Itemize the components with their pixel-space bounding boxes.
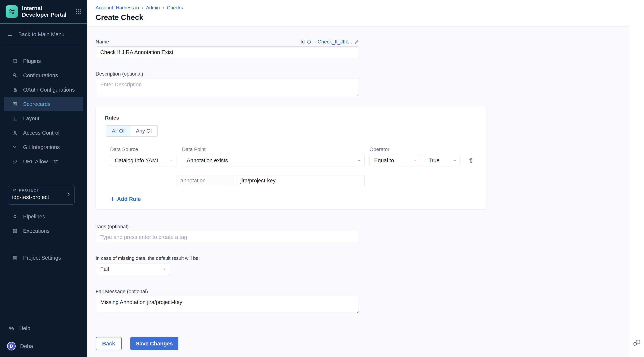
sidebar-item-configurations[interactable]: Configurations (4, 68, 83, 83)
arrow-left-icon: ← (7, 31, 14, 38)
sidebar-bottom: Help D Deba (0, 323, 87, 357)
sidebar-item-label: URL Allow List (23, 159, 58, 165)
executions-play-icon (12, 228, 18, 234)
sidebar-item-label: Plugins (23, 58, 41, 64)
sidebar-item-label: Configurations (23, 72, 58, 79)
app-title: Internal Developer Portal (22, 5, 70, 18)
gear-icon (12, 255, 18, 261)
project-label: PROJECT (19, 188, 39, 192)
chevron-down-icon (453, 158, 457, 162)
sidebar-project-nav: Pipelines Executions (0, 209, 87, 238)
sidebar-item-label: Layout (23, 116, 39, 122)
default-result-select[interactable]: Fail (96, 263, 170, 275)
sidebar-nav: Plugins Configurations (0, 54, 87, 169)
description-label: Description (optional) (96, 71, 359, 77)
id-label: Id (300, 39, 305, 45)
project-name: idp-test-project (12, 194, 70, 200)
help-button[interactable]: Help (0, 323, 87, 333)
sidebar-item-project-settings[interactable]: Project Settings (4, 251, 83, 265)
page-header: Account: Harness.io › Admin › Checks Cre… (87, 0, 629, 27)
sidebar-divider (3, 246, 84, 246)
breadcrumb-admin[interactable]: Admin (146, 5, 160, 11)
data-source-value: Catalog Info YAML (115, 157, 160, 164)
toggle-any-of[interactable]: Any Of (130, 126, 158, 136)
plus-icon: + (110, 196, 114, 202)
chevron-down-icon (170, 158, 174, 162)
annotation-value-input[interactable] (236, 175, 365, 186)
person-icon (12, 130, 18, 136)
tags-input[interactable] (96, 231, 359, 243)
sidebar-item-executions[interactable]: Executions (4, 224, 83, 238)
breadcrumb: Account: Harness.io › Admin › Checks (96, 5, 629, 11)
sidebar-item-oauth-configurations[interactable]: OAuth Configurations (4, 83, 83, 97)
rule-inputs-row (176, 175, 477, 186)
back-to-main-menu-label: Back to Main Menu (18, 31, 64, 38)
operator-label: Operator (370, 147, 477, 152)
data-point-label: Data Point (182, 147, 365, 152)
rules-card: Rules All Of Any Of Data Source Data Poi… (96, 106, 486, 209)
user-menu[interactable]: D Deba (0, 341, 87, 351)
data-point-value: Annotation exists (187, 157, 228, 164)
save-changes-button[interactable]: Save Changes (130, 337, 178, 350)
fail-message-input[interactable]: Missing Annotation jira/project-key (96, 296, 359, 313)
data-source-select[interactable]: Catalog Info YAML (110, 155, 177, 166)
gears-icon (12, 72, 18, 79)
delete-rule-trash-icon[interactable] (467, 157, 474, 164)
sidebar-item-plugins[interactable]: Plugins (4, 54, 83, 68)
sidebar-item-scorecards[interactable]: Scorecards (4, 97, 83, 111)
user-name: Deba (20, 343, 33, 349)
data-source-label: Data Source (110, 147, 177, 152)
data-point-select[interactable]: Annotation exists (182, 155, 365, 166)
entity-id-row: Id : Check_If_JIR... (300, 39, 359, 45)
name-input[interactable] (96, 47, 359, 58)
back-button[interactable]: Back (96, 337, 122, 350)
sidebar-item-pipelines[interactable]: Pipelines (4, 209, 83, 224)
teal-accent-divider (0, 23, 87, 24)
chevron-down-icon (413, 158, 418, 162)
info-icon[interactable] (306, 39, 312, 44)
add-rule-button[interactable]: + Add Rule (110, 196, 141, 202)
id-separator: : (314, 39, 316, 45)
scorecard-icon (12, 101, 18, 107)
operator-value: Equal to (374, 157, 394, 164)
sliders-logo-icon (8, 8, 16, 15)
chat-support-icon[interactable] (632, 338, 642, 347)
sidebar-item-label: Git Integrations (23, 144, 60, 150)
annotation-key-input[interactable] (176, 175, 233, 186)
breadcrumb-account[interactable]: Account: Harness.io (96, 5, 139, 11)
sidebar-item-label: Executions (23, 228, 50, 234)
sidebar: Internal Developer Portal ← Back to Main… (0, 0, 87, 357)
app-header[interactable]: Internal Developer Portal (0, 0, 87, 23)
link-icon (12, 159, 18, 165)
operator-value-select[interactable]: True (424, 155, 460, 166)
description-input[interactable] (96, 78, 359, 96)
sidebar-item-layout[interactable]: Layout (4, 111, 83, 126)
id-value[interactable]: Check_If_JIR... (318, 39, 352, 45)
sidebar-item-access-control[interactable]: Access Control (4, 126, 83, 140)
chevron-right-icon: › (162, 5, 164, 10)
sidebar-divider (3, 44, 84, 44)
toggle-all-of[interactable]: All Of (106, 126, 130, 136)
main-area: Account: Harness.io › Admin › Checks Cre… (87, 0, 644, 357)
sidebar-item-url-allow-list[interactable]: URL Allow List (4, 154, 83, 169)
operator-select[interactable]: Equal to (370, 155, 421, 166)
git-branch-icon (12, 144, 18, 150)
sidebar-item-label: Access Control (23, 130, 60, 136)
back-to-main-menu[interactable]: ← Back to Main Menu (0, 29, 87, 40)
sidebar-item-label: OAuth Configurations (23, 87, 75, 93)
missing-data-label: In case of missing data, the default res… (96, 255, 359, 261)
pipelines-icon (12, 214, 18, 220)
lock-icon (12, 87, 18, 93)
chevron-right-icon: › (142, 5, 144, 10)
app-switcher-grid-icon[interactable] (75, 8, 82, 15)
layers-icon (12, 188, 16, 192)
screen: Internal Developer Portal ← Back to Main… (0, 0, 644, 357)
edit-pencil-icon[interactable] (354, 39, 359, 44)
sidebar-item-git-integrations[interactable]: Git Integrations (4, 140, 83, 154)
layout-icon (12, 116, 18, 122)
rules-condition-toggle: All Of Any Of (106, 125, 158, 137)
breadcrumb-checks[interactable]: Checks (167, 5, 183, 11)
project-selector[interactable]: PROJECT idp-test-project (8, 185, 74, 205)
rule-row: Catalog Info YAML Annotation exists (110, 155, 477, 166)
right-panel-divider (629, 0, 629, 357)
